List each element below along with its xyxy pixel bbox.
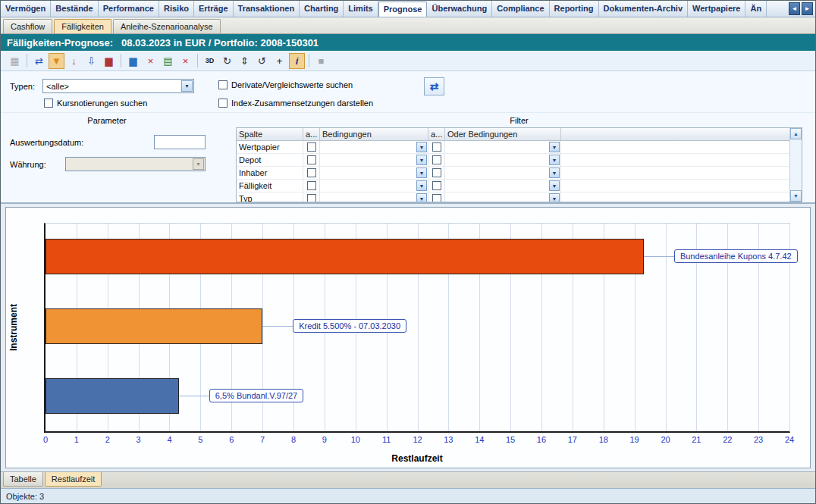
chart-remove-icon[interactable]: × xyxy=(143,53,158,69)
refresh-search-button[interactable]: ⇄ xyxy=(424,77,444,95)
condition-checkbox[interactable] xyxy=(307,168,316,177)
tab-limits[interactable]: Limits xyxy=(344,1,378,17)
waehrung-dropdown[interactable] xyxy=(65,157,206,171)
tab-ertr-ge[interactable]: Erträge xyxy=(194,1,234,17)
histogram-icon[interactable]: ▆ xyxy=(101,53,117,69)
toolbar-separator xyxy=(27,54,27,67)
x-tick-label: 8 xyxy=(291,435,296,444)
chevron-down-icon[interactable] xyxy=(549,167,560,178)
chevron-down-icon[interactable] xyxy=(549,180,560,191)
chevron-down-icon[interactable] xyxy=(181,80,193,92)
chevron-down-icon[interactable] xyxy=(416,167,427,178)
scroll-down-icon[interactable] xyxy=(790,190,802,202)
scroll-up-icon[interactable] xyxy=(790,128,802,139)
chevron-down-icon[interactable] xyxy=(416,155,427,165)
kursnotierungen-checkbox[interactable] xyxy=(44,99,53,108)
toolbar-separator xyxy=(309,54,309,67)
condition-checkbox[interactable] xyxy=(432,168,441,177)
x-tick-label: 5 xyxy=(198,435,202,444)
chevron-down-icon[interactable] xyxy=(549,193,560,202)
derivate-row: Derivate/Vergleichswerte suchen xyxy=(218,80,353,89)
filter-column-inhaber: Inhaber xyxy=(237,167,303,180)
subtab-cashflow[interactable]: Cashflow xyxy=(3,19,52,33)
oder-bedingungen-cell xyxy=(445,167,561,180)
bar-chart-icon[interactable]: ▆ xyxy=(125,53,141,69)
filter-table-scrollbar[interactable] xyxy=(789,128,802,202)
x-tick-label: 17 xyxy=(568,435,577,444)
auswertungsdatum-input[interactable] xyxy=(154,135,206,149)
chevron-down-icon[interactable] xyxy=(416,193,427,202)
x-tick-label: 15 xyxy=(506,435,515,444)
tab-transaktionen[interactable]: Transaktionen xyxy=(234,1,300,17)
parameter-section-label: Parameter xyxy=(1,116,213,125)
condition-checkbox[interactable] xyxy=(432,155,441,164)
and-checkbox-cell xyxy=(303,141,320,154)
x-tick-label: 14 xyxy=(475,435,484,444)
row-filler xyxy=(561,154,802,167)
tab-wertpapiere[interactable]: Wertpapiere xyxy=(688,1,745,17)
filter-header-spalte[interactable]: Spalte xyxy=(237,128,303,141)
condition-checkbox[interactable] xyxy=(432,142,441,152)
bottomtab-tabelle[interactable]: Tabelle xyxy=(3,472,43,487)
and-checkbox-cell xyxy=(303,154,320,167)
search-options-panel: Typen: <alle> Kursnotierungen suchen Der… xyxy=(1,71,815,113)
index-checkbox[interactable] xyxy=(218,99,228,108)
tab-scroll-left-button[interactable]: ◄ xyxy=(789,2,800,15)
or-checkbox-cell xyxy=(428,141,445,154)
chevron-down-icon[interactable] xyxy=(549,142,560,152)
tab-n[interactable]: Än xyxy=(745,1,767,17)
chevron-down-icon[interactable] xyxy=(549,155,560,165)
tab-dokumenten-archiv[interactable]: Dokumenten-Archiv xyxy=(599,1,689,17)
bar-6-5-bundanl-v-97-27[interactable] xyxy=(46,378,179,414)
chart-export-icon[interactable]: ▤ xyxy=(160,53,176,69)
filter-header-a[interactable]: a... xyxy=(303,128,320,141)
tab-performance[interactable]: Performance xyxy=(99,1,159,17)
condition-checkbox[interactable] xyxy=(432,181,441,190)
subtab-f-lligkeiten[interactable]: Fälligkeiten xyxy=(54,19,111,33)
add-icon[interactable]: + xyxy=(271,53,287,69)
chart-descending-icon[interactable]: ↓ xyxy=(66,53,82,69)
derivate-checkbox[interactable] xyxy=(218,80,228,89)
tab-reporting[interactable]: Reporting xyxy=(550,1,599,17)
tab-verm-gen[interactable]: Vermögen xyxy=(1,1,51,17)
stop-icon[interactable]: ■ xyxy=(313,53,329,69)
tab-berwachung[interactable]: Überwachung xyxy=(427,1,492,17)
tab-best-nde[interactable]: Bestände xyxy=(51,1,99,17)
3d-icon[interactable]: 3D xyxy=(202,53,218,69)
tab-prognose[interactable]: Prognose xyxy=(378,2,428,17)
condition-checkbox[interactable] xyxy=(307,155,316,164)
bar-sort-icon[interactable]: ⇩ xyxy=(83,53,99,69)
condition-checkbox[interactable] xyxy=(307,194,316,202)
tab-compliance[interactable]: Compliance xyxy=(492,1,549,17)
filter-header-oder-bedingungen[interactable]: Oder Bedingungen xyxy=(445,128,561,141)
bar-bundesanleihe-kupons-4-7-42[interactable] xyxy=(46,239,644,274)
pan-icon[interactable]: ↺ xyxy=(254,53,270,69)
bar-kredit-5-500-07-03-2030[interactable] xyxy=(46,308,262,344)
filter-header-bedingungen[interactable]: Bedingungen xyxy=(320,128,428,141)
subtab-anleihe-szenarioanalyse[interactable]: Anleihe-Szenarioanalyse xyxy=(113,19,221,33)
app-window: VermögenBeständePerformanceRisikoErträge… xyxy=(0,0,816,504)
info-icon[interactable]: i xyxy=(289,53,305,69)
condition-checkbox[interactable] xyxy=(307,142,316,152)
condition-checkbox[interactable] xyxy=(432,194,441,202)
refresh-icon[interactable]: ⇄ xyxy=(31,53,47,69)
tab-risiko[interactable]: Risiko xyxy=(159,1,194,17)
chevron-down-icon[interactable] xyxy=(416,142,427,152)
zoom-vertical-icon[interactable]: ⇕ xyxy=(237,53,253,69)
rotate-icon[interactable]: ↻ xyxy=(219,53,235,69)
grid-view-icon[interactable]: ▦ xyxy=(7,53,23,69)
filter-table-row: Depot xyxy=(237,154,802,167)
condition-checkbox[interactable] xyxy=(307,181,316,190)
waehrung-label: Währung: xyxy=(10,160,46,169)
typen-dropdown[interactable]: <alle> xyxy=(42,79,194,93)
tab-scroll-right-button[interactable]: ► xyxy=(802,2,813,15)
bottomtab-restlaufzeit[interactable]: Restlaufzeit xyxy=(45,472,102,487)
chevron-down-icon[interactable] xyxy=(416,180,427,191)
delete-icon[interactable]: × xyxy=(177,53,193,69)
tab-scroll-controls: ◄ ► xyxy=(786,1,815,17)
filter-table-row: Typ xyxy=(237,193,802,202)
row-filler xyxy=(561,167,802,180)
chart-filter-icon[interactable]: ▼ xyxy=(49,53,64,69)
filter-header-a[interactable]: a... xyxy=(428,128,445,141)
tab-charting[interactable]: Charting xyxy=(300,1,344,17)
